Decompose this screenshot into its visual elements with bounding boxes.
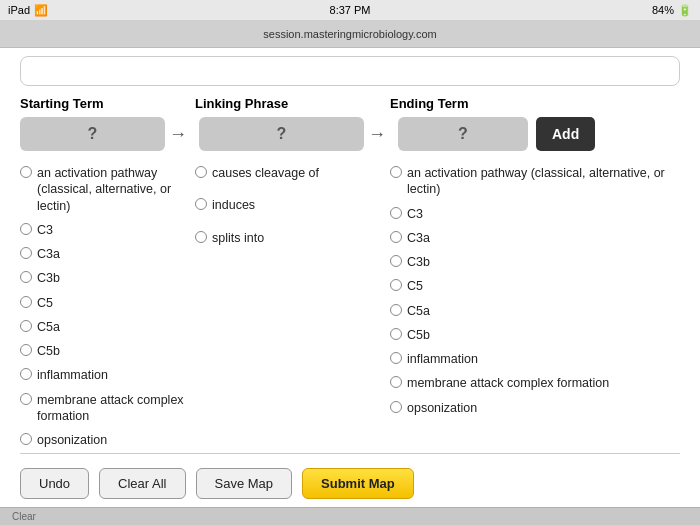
start-term-8[interactable]: membrane attack complex formation xyxy=(20,388,195,429)
start-label-3: C3b xyxy=(37,270,60,286)
clear-all-button[interactable]: Clear All xyxy=(99,468,185,499)
bottom-toolbar: Undo Clear All Save Map Submit Map xyxy=(0,460,700,507)
start-label-6: C5b xyxy=(37,343,60,359)
add-button[interactable]: Add xyxy=(536,117,595,151)
ipad-label: iPad xyxy=(8,4,30,16)
start-label-7: inflammation xyxy=(37,367,108,383)
end-term-9[interactable]: opsonization xyxy=(390,396,680,420)
end-radio-6[interactable] xyxy=(390,328,402,340)
ending-term-box[interactable]: ? xyxy=(398,117,528,151)
arrow-2: → xyxy=(368,124,386,145)
start-label-2: C3a xyxy=(37,246,60,262)
ending-term-placeholder: ? xyxy=(458,125,468,143)
end-label-4: C5 xyxy=(407,278,423,294)
ipad-bottom-left[interactable]: Clear xyxy=(12,511,36,522)
starting-terms-column: an activation pathway (classical, altern… xyxy=(20,161,195,447)
starting-term-placeholder: ? xyxy=(88,125,98,143)
main-content: Starting Term Linking Phrase Ending Term… xyxy=(0,48,700,507)
link-radio-2[interactable] xyxy=(195,231,207,243)
linking-phrase-header: Linking Phrase xyxy=(195,96,390,111)
end-label-0: an activation pathway (classical, altern… xyxy=(407,165,680,198)
start-term-6[interactable]: C5b xyxy=(20,339,195,363)
undo-button[interactable]: Undo xyxy=(20,468,89,499)
link-term-1[interactable]: induces xyxy=(195,193,390,217)
end-radio-8[interactable] xyxy=(390,376,402,388)
end-term-5[interactable]: C5a xyxy=(390,299,680,323)
start-term-5[interactable]: C5a xyxy=(20,315,195,339)
link-term-2[interactable]: splits into xyxy=(195,226,390,250)
link-radio-0[interactable] xyxy=(195,166,207,178)
status-bar-right: 84% 🔋 xyxy=(652,4,692,17)
end-term-7[interactable]: inflammation xyxy=(390,347,680,371)
start-radio-9[interactable] xyxy=(20,433,32,445)
ipad-bottom-bar: Clear xyxy=(0,507,700,525)
link-label-1: induces xyxy=(212,197,255,213)
starting-term-header: Starting Term xyxy=(20,96,195,111)
start-term-2[interactable]: C3a xyxy=(20,242,195,266)
start-radio-2[interactable] xyxy=(20,247,32,259)
end-radio-0[interactable] xyxy=(390,166,402,178)
end-label-3: C3b xyxy=(407,254,430,270)
link-term-0[interactable]: causes cleavage of xyxy=(195,161,390,185)
status-bar-left: iPad 📶 xyxy=(8,4,48,17)
start-term-0[interactable]: an activation pathway (classical, altern… xyxy=(20,161,195,218)
end-radio-5[interactable] xyxy=(390,304,402,316)
save-map-button[interactable]: Save Map xyxy=(196,468,293,499)
end-radio-4[interactable] xyxy=(390,279,402,291)
end-term-2[interactable]: C3a xyxy=(390,226,680,250)
end-radio-3[interactable] xyxy=(390,255,402,267)
start-label-9: opsonization xyxy=(37,432,107,447)
start-term-4[interactable]: C5 xyxy=(20,291,195,315)
start-term-9[interactable]: opsonization xyxy=(20,428,195,447)
start-radio-1[interactable] xyxy=(20,223,32,235)
term-boxes-row: ? → ? → ? Add xyxy=(20,117,680,151)
url-bar: session.masteringmicrobiology.com xyxy=(0,20,700,48)
radio-columns: an activation pathway (classical, altern… xyxy=(20,161,680,447)
start-label-4: C5 xyxy=(37,295,53,311)
arrow-1: → xyxy=(169,124,187,145)
column-headers: Starting Term Linking Phrase Ending Term xyxy=(20,96,680,111)
link-label-0: causes cleavage of xyxy=(212,165,319,181)
link-radio-1[interactable] xyxy=(195,198,207,210)
end-radio-9[interactable] xyxy=(390,401,402,413)
end-term-0[interactable]: an activation pathway (classical, altern… xyxy=(390,161,680,202)
start-radio-8[interactable] xyxy=(20,393,32,405)
status-bar: iPad 📶 8:37 PM 84% 🔋 xyxy=(0,0,700,20)
status-bar-time: 8:37 PM xyxy=(330,4,371,16)
start-radio-6[interactable] xyxy=(20,344,32,356)
battery-label: 84% xyxy=(652,4,674,16)
end-radio-2[interactable] xyxy=(390,231,402,243)
starting-term-box[interactable]: ? xyxy=(20,117,165,151)
start-term-3[interactable]: C3b xyxy=(20,266,195,290)
start-term-1[interactable]: C3 xyxy=(20,218,195,242)
submit-map-button[interactable]: Submit Map xyxy=(302,468,414,499)
start-radio-4[interactable] xyxy=(20,296,32,308)
top-area-box xyxy=(20,56,680,86)
end-term-4[interactable]: C5 xyxy=(390,274,680,298)
wifi-icon: 📶 xyxy=(34,4,48,17)
linking-phrase-box[interactable]: ? xyxy=(199,117,364,151)
ending-terms-column: an activation pathway (classical, altern… xyxy=(390,161,680,447)
end-term-3[interactable]: C3b xyxy=(390,250,680,274)
end-term-8[interactable]: membrane attack complex formation xyxy=(390,371,680,395)
columns-area: Starting Term Linking Phrase Ending Term… xyxy=(0,90,700,447)
ending-term-header: Ending Term xyxy=(390,96,680,111)
end-label-5: C5a xyxy=(407,303,430,319)
url-text: session.masteringmicrobiology.com xyxy=(263,28,436,40)
end-label-8: membrane attack complex formation xyxy=(407,375,609,391)
start-radio-3[interactable] xyxy=(20,271,32,283)
end-radio-7[interactable] xyxy=(390,352,402,364)
end-radio-1[interactable] xyxy=(390,207,402,219)
end-term-1[interactable]: C3 xyxy=(390,202,680,226)
start-radio-7[interactable] xyxy=(20,368,32,380)
end-label-7: inflammation xyxy=(407,351,478,367)
end-label-6: C5b xyxy=(407,327,430,343)
start-term-7[interactable]: inflammation xyxy=(20,363,195,387)
end-label-9: opsonization xyxy=(407,400,477,416)
battery-icon: 🔋 xyxy=(678,4,692,17)
start-radio-0[interactable] xyxy=(20,166,32,178)
start-radio-5[interactable] xyxy=(20,320,32,332)
end-term-6[interactable]: C5b xyxy=(390,323,680,347)
divider xyxy=(20,453,680,454)
start-label-8: membrane attack complex formation xyxy=(37,392,195,425)
